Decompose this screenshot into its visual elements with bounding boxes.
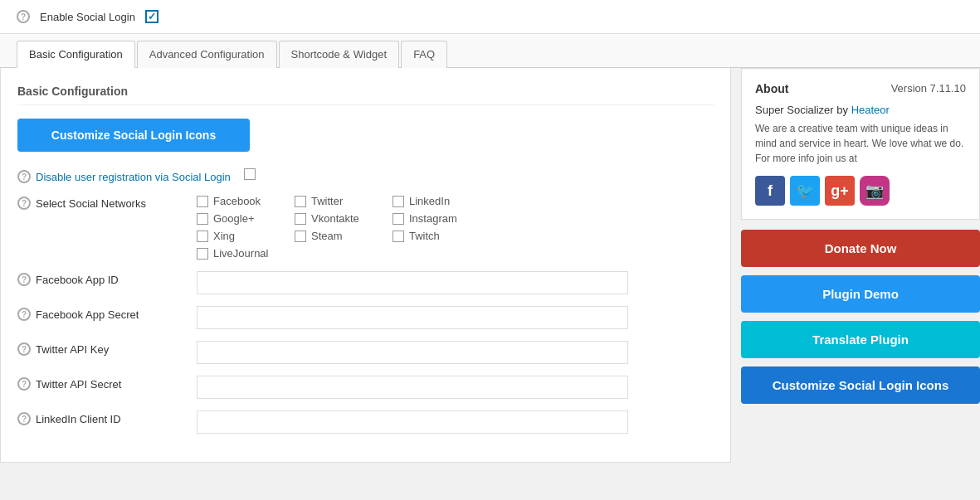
disable-registration-checkbox[interactable] [244, 168, 256, 180]
twitter-api-key-input[interactable] [197, 341, 628, 364]
twitter-api-secret-row: ? Twitter API Secret [17, 376, 714, 399]
network-linkedin: LinkedIn [392, 195, 484, 207]
about-version: Version 7.11.10 [891, 82, 966, 95]
main-layout: Basic Configuration Customize Social Log… [0, 68, 980, 463]
tabs-bar: Basic Configuration Advanced Configurati… [0, 34, 980, 68]
checkbox-linkedin[interactable] [392, 196, 404, 207]
disable-registration-row: ? Disable user registration via Social L… [17, 168, 714, 183]
facebook-app-secret-input[interactable] [197, 306, 628, 329]
help-icon-fb-secret: ? [17, 308, 31, 321]
networks-grid: Facebook Google+ Xing LiveJournal [197, 195, 484, 260]
network-twitter: Twitter [295, 195, 386, 207]
checkbox-vkontakte[interactable] [295, 213, 306, 225]
checkbox-twitch[interactable] [392, 231, 404, 242]
help-icon-disable: ? [17, 170, 31, 183]
network-twitch: Twitch [392, 230, 484, 242]
help-icon-tw-key: ? [17, 342, 31, 356]
checkbox-livejournal[interactable] [197, 248, 208, 260]
facebook-app-id-label: ? Facebook App ID [17, 271, 183, 286]
section-title: Basic Configuration [17, 85, 714, 105]
facebook-app-secret-row: ? Facebook App Secret [17, 306, 714, 329]
about-box: About Version 7.11.10 Super Socializer b… [741, 68, 980, 220]
network-googleplus: Google+ [197, 212, 288, 225]
translate-plugin-button[interactable]: Translate Plugin [741, 321, 980, 358]
twitter-api-key-label: ? Twitter API Key [17, 341, 183, 356]
checkbox-twitter[interactable] [295, 196, 306, 207]
about-title: About [755, 82, 788, 95]
network-col-3: LinkedIn Instagram Twitch [392, 195, 484, 260]
facebook-app-secret-label: ? Facebook App Secret [17, 306, 183, 321]
help-icon-li-id: ? [17, 412, 31, 425]
sidebar: About Version 7.11.10 Super Socializer b… [731, 68, 980, 463]
googleplus-social-icon[interactable]: g+ [825, 176, 855, 206]
checkbox-steam[interactable] [295, 231, 306, 242]
checkbox-googleplus[interactable] [197, 213, 208, 225]
social-icons: f 🐦 g+ 📷 [755, 176, 966, 206]
select-networks-label: ? Select Social Networks [17, 195, 183, 210]
network-livejournal: LiveJournal [197, 247, 288, 260]
enable-social-login-checkbox[interactable] [145, 10, 158, 23]
customize-btn[interactable]: Customize Social Login Icons [17, 119, 250, 152]
help-icon: ? [17, 10, 30, 23]
tab-faq[interactable]: FAQ [401, 41, 447, 68]
tab-shortcode-widget[interactable]: Shortcode & Widget [279, 41, 400, 68]
network-instagram: Instagram [392, 212, 484, 225]
heateor-link[interactable]: Heateor [851, 104, 890, 116]
twitter-api-key-row: ? Twitter API Key [17, 341, 714, 364]
checkbox-xing[interactable] [197, 231, 208, 242]
enable-social-login-bar: ? Enable Social Login [0, 0, 980, 34]
tab-advanced-configuration[interactable]: Advanced Configuration [137, 41, 277, 68]
plugin-demo-button[interactable]: Plugin Demo [741, 275, 980, 313]
checkbox-facebook[interactable] [197, 196, 208, 207]
about-header: About Version 7.11.10 [755, 82, 966, 95]
twitter-api-secret-input[interactable] [197, 376, 628, 399]
instagram-social-icon[interactable]: 📷 [860, 176, 890, 206]
disable-registration-label: ? Disable user registration via Social L… [17, 168, 231, 183]
checkbox-instagram[interactable] [392, 213, 404, 225]
facebook-app-id-input[interactable] [197, 271, 628, 294]
linkedin-client-id-input[interactable] [197, 410, 628, 434]
network-vkontakte: Vkontakte [295, 212, 386, 225]
network-xing: Xing [197, 230, 288, 242]
enable-label: Enable Social Login [40, 11, 135, 23]
help-icon-networks: ? [17, 197, 31, 210]
network-col-2: Twitter Vkontakte Steam [295, 195, 386, 260]
linkedin-client-id-row: ? LinkedIn Client ID [17, 410, 714, 434]
about-tagline: Super Socializer by Heateor [755, 104, 966, 116]
customize-social-login-sidebar-button[interactable]: Customize Social Login Icons [741, 367, 980, 404]
help-icon-fb-id: ? [17, 273, 31, 286]
facebook-social-icon[interactable]: f [755, 176, 785, 206]
twitter-social-icon[interactable]: 🐦 [790, 176, 820, 206]
network-steam: Steam [295, 230, 386, 242]
tab-basic-configuration[interactable]: Basic Configuration [17, 41, 135, 68]
donate-now-button[interactable]: Donate Now [741, 230, 980, 267]
network-facebook: Facebook [197, 195, 288, 207]
about-description: We are a creative team with unique ideas… [755, 121, 966, 166]
content-area: Basic Configuration Customize Social Log… [0, 68, 731, 463]
network-col-1: Facebook Google+ Xing LiveJournal [197, 195, 288, 260]
linkedin-client-id-label: ? LinkedIn Client ID [17, 410, 183, 425]
select-networks-row: ? Select Social Networks Facebook Google… [17, 195, 714, 260]
facebook-app-id-row: ? Facebook App ID [17, 271, 714, 294]
twitter-api-secret-label: ? Twitter API Secret [17, 376, 183, 391]
help-icon-tw-secret: ? [17, 377, 31, 391]
